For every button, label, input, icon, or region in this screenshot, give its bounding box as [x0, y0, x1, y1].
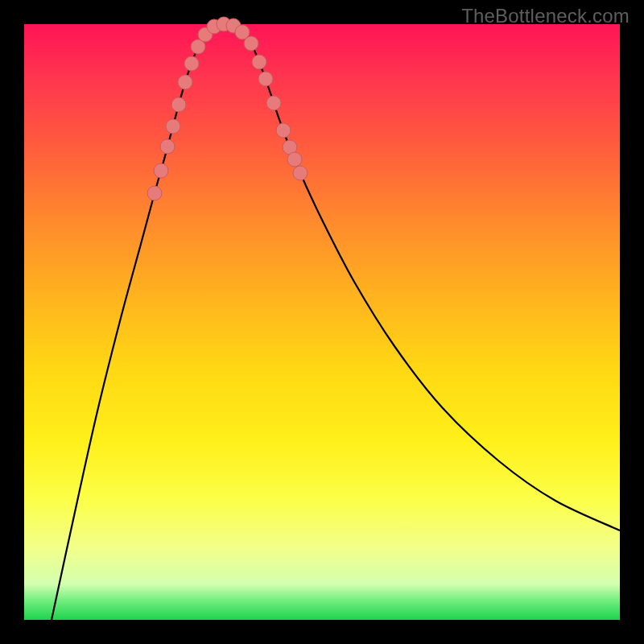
curve-dot	[171, 97, 186, 112]
curve-dot	[276, 123, 291, 138]
curve-dot	[147, 186, 162, 200]
curve-dot	[287, 152, 302, 167]
curve-dot	[160, 139, 175, 154]
curve-dots-group	[147, 17, 308, 200]
curve-dot	[166, 119, 180, 134]
curve-overlay	[24, 24, 620, 620]
curve-dot	[252, 55, 266, 69]
curve-dot	[293, 166, 308, 180]
curve-dot	[266, 96, 281, 110]
curve-dot	[178, 75, 192, 89]
curve-dot	[154, 163, 168, 178]
bottleneck-curve-path	[52, 24, 620, 620]
curve-dot	[258, 72, 273, 86]
curve-dot	[244, 36, 258, 51]
curve-dot	[184, 56, 199, 71]
